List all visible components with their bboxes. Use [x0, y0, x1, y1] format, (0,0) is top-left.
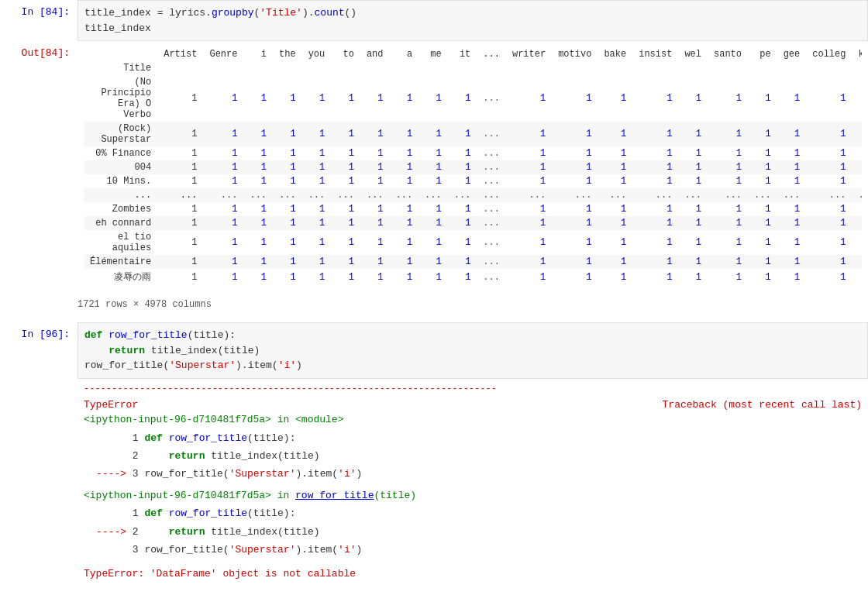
- code-line-1: title_index = lyrics.groupby('Title').co…: [84, 5, 861, 21]
- df-val-cell: 1: [418, 122, 448, 146]
- df-col-the: the: [273, 47, 302, 61]
- error-location-1: <ipython-input-96-d710481f7d5a> in <modu…: [84, 412, 862, 428]
- df-header-row: Artist Genre i the you to and a me it ..…: [84, 47, 862, 61]
- df-val-cell: 1: [157, 174, 203, 188]
- df-val-cell: 1: [302, 122, 332, 146]
- df-val-cell: ...: [477, 75, 506, 122]
- df-val-cell: ...: [331, 188, 360, 202]
- df-val-cell: 1: [678, 269, 708, 285]
- df-val-cell: 1: [777, 230, 807, 255]
- df-title-cell: 0% Finance: [84, 146, 157, 160]
- df-val-cell: 1: [331, 146, 360, 160]
- df-val-cell: 1: [273, 174, 302, 188]
- df-val-cell: ...: [157, 188, 203, 202]
- df-val-cell: ...: [203, 188, 243, 202]
- err-code-1-2: 2 return title_index(title): [96, 447, 862, 465]
- table-row: Zombies1111111111...1111111111: [84, 202, 862, 216]
- cell-84-label: In [84]:: [0, 0, 78, 41]
- df-val-cell: 1: [708, 216, 748, 230]
- df-val-cell: 1: [552, 202, 598, 216]
- df-val-cell: 1: [360, 122, 390, 146]
- table-row: 0% Finance1111111111...1111111111: [84, 146, 862, 160]
- df-val-cell: 1: [418, 202, 448, 216]
- code-96-line-1: def row_for_title(title):: [84, 328, 861, 343]
- df-val-cell: 1: [748, 230, 777, 255]
- df-val-cell: 1: [302, 216, 332, 230]
- df-val-cell: 1: [552, 160, 598, 174]
- df-val-cell: 1: [302, 174, 332, 188]
- df-val-cell: 1: [852, 216, 862, 230]
- df-val-cell: 1: [777, 75, 807, 122]
- df-val-cell: 1: [806, 75, 852, 122]
- df-val-cell: 1: [506, 230, 552, 255]
- df-val-cell: 1: [157, 146, 203, 160]
- df-title-cell: el tío aquiles: [84, 230, 157, 255]
- df-val-cell: 1: [552, 216, 598, 230]
- df-val-cell: 1: [273, 202, 302, 216]
- df-val-cell: 1: [331, 202, 360, 216]
- cell-96-code[interactable]: def row_for_title(title): return title_i…: [78, 322, 868, 379]
- table-row: 10 Mins.1111111111...1111111111: [84, 174, 862, 188]
- df-val-cell: 1: [390, 202, 419, 216]
- df-val-cell: 1: [448, 216, 477, 230]
- err-code-2-3: 3 row_for_title('Superstar').item('i'): [96, 541, 862, 559]
- df-val-cell: 1: [506, 146, 552, 160]
- df-val-cell: 1: [360, 160, 390, 174]
- df-val-cell: 1: [748, 255, 777, 269]
- df-val-cell: 1: [360, 146, 390, 160]
- df-val-cell: 1: [748, 202, 777, 216]
- cell-84-code[interactable]: title_index = lyrics.groupby('Title').co…: [78, 0, 868, 41]
- df-val-cell: 1: [632, 269, 678, 285]
- table-row: el tío aquiles1111111111...1111111111: [84, 230, 862, 255]
- df-title-cell: ...: [84, 188, 157, 202]
- df-val-cell: ...: [552, 188, 598, 202]
- df-val-cell: 1: [632, 75, 678, 122]
- df-val-cell: 1: [632, 216, 678, 230]
- table-row: 0041111111111...1111111111: [84, 160, 862, 174]
- df-title-label: Title: [84, 61, 157, 75]
- df-val-cell: 1: [360, 230, 390, 255]
- df-val-cell: 1: [157, 202, 203, 216]
- df-val-cell: 1: [678, 230, 708, 255]
- df-val-cell: ...: [477, 255, 506, 269]
- df-val-cell: 1: [506, 122, 552, 146]
- df-val-cell: 1: [273, 146, 302, 160]
- df-val-cell: ...: [477, 188, 506, 202]
- df-val-cell: 1: [302, 75, 332, 122]
- df-val-cell: 1: [598, 269, 632, 285]
- df-val-cell: 1: [203, 146, 243, 160]
- err-code-1-1: 1 def row_for_title(title):: [96, 429, 862, 447]
- df-val-cell: 1: [852, 75, 862, 122]
- df-val-cell: ...: [852, 188, 862, 202]
- df-val-cell: 1: [243, 174, 273, 188]
- df-val-cell: 1: [806, 202, 852, 216]
- df-col-bake: bake: [598, 47, 632, 61]
- err-code-2-2: ----> 2 return title_index(title): [96, 523, 862, 541]
- table-row: Élémentaire1111111111...1111111111: [84, 255, 862, 269]
- df-val-cell: 1: [243, 216, 273, 230]
- df-val-cell: 1: [708, 75, 748, 122]
- df-val-cell: 1: [777, 146, 807, 160]
- code-96-line-2: return title_index(title): [84, 343, 861, 359]
- df-col-it: it: [448, 47, 477, 61]
- df-val-cell: 1: [418, 146, 448, 160]
- code-96-line-3: row_for_title('Superstar').item('i'): [84, 358, 861, 373]
- df-val-cell: 1: [243, 269, 273, 285]
- df-col-dots: ...: [477, 47, 506, 61]
- df-val-cell: 1: [360, 255, 390, 269]
- df-val-cell: 1: [678, 146, 708, 160]
- df-val-cell: 1: [203, 230, 243, 255]
- df-title-cell: 004: [84, 160, 157, 174]
- df-val-cell: 1: [806, 160, 852, 174]
- df-col-kad: kad: [852, 47, 862, 61]
- df-col-you: you: [302, 47, 332, 61]
- cell-84-dataframe: Artist Genre i the you to and a me it ..…: [78, 41, 868, 294]
- df-val-cell: 1: [273, 122, 302, 146]
- df-val-cell: 1: [506, 216, 552, 230]
- df-val-cell: 1: [852, 202, 862, 216]
- df-title-cell: (Rock) Superstar: [84, 122, 157, 146]
- df-val-cell: 1: [632, 122, 678, 146]
- notebook: In [84]: title_index = lyrics.groupby('T…: [0, 0, 868, 602]
- df-val-cell: 1: [777, 160, 807, 174]
- df-col-pe: pe: [748, 47, 777, 61]
